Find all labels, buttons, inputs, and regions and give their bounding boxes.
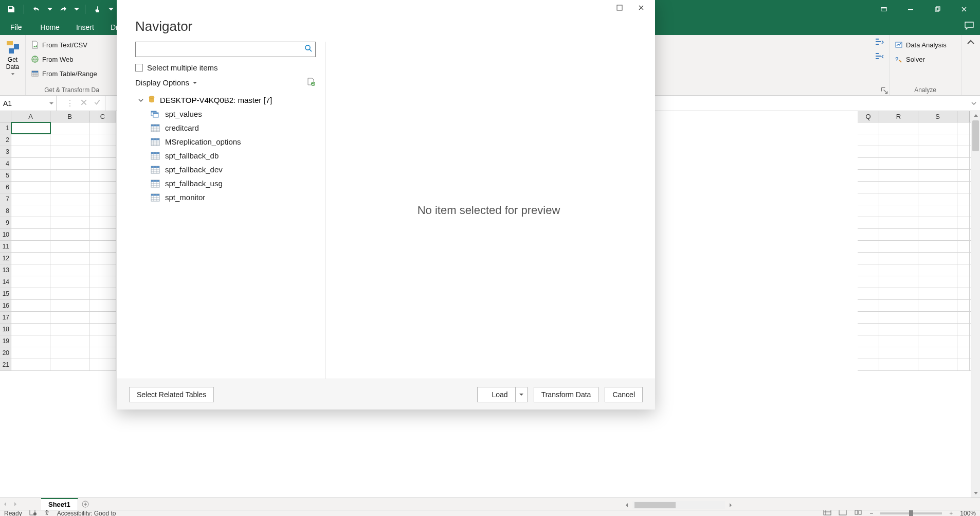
- cell[interactable]: [89, 253, 116, 264]
- cell[interactable]: [858, 158, 879, 169]
- cell[interactable]: [858, 134, 879, 146]
- scroll-up-icon[interactable]: [971, 111, 980, 120]
- cell[interactable]: [879, 359, 918, 370]
- column-header[interactable]: B: [50, 111, 89, 122]
- cell[interactable]: [858, 229, 879, 240]
- cell[interactable]: [50, 347, 89, 359]
- row-header[interactable]: 9: [0, 217, 11, 228]
- undo-icon[interactable]: [29, 2, 44, 16]
- add-sheet-icon[interactable]: [78, 501, 93, 508]
- cell[interactable]: [879, 312, 918, 323]
- scroll-left-icon[interactable]: [624, 501, 629, 510]
- cell[interactable]: [89, 122, 116, 134]
- row-header[interactable]: 5: [0, 170, 11, 181]
- cell[interactable]: [879, 229, 918, 240]
- row-header[interactable]: 4: [0, 158, 11, 169]
- cell[interactable]: [89, 205, 116, 217]
- cell[interactable]: [89, 170, 116, 181]
- cell[interactable]: [11, 288, 50, 299]
- dialog-launcher-icon[interactable]: [881, 87, 888, 94]
- cell[interactable]: [11, 229, 50, 240]
- cell[interactable]: [89, 134, 116, 146]
- cell[interactable]: [918, 217, 957, 228]
- cell[interactable]: [50, 288, 89, 299]
- cell[interactable]: [957, 264, 970, 276]
- cell[interactable]: [50, 122, 89, 134]
- cell[interactable]: [858, 324, 879, 335]
- cell[interactable]: [89, 276, 116, 288]
- cell[interactable]: [957, 335, 970, 347]
- cell[interactable]: [858, 253, 879, 264]
- cell[interactable]: [858, 312, 879, 323]
- zoom-out-icon[interactable]: −: [869, 510, 873, 516]
- column-header[interactable]: R: [879, 111, 918, 122]
- cell[interactable]: [957, 122, 970, 134]
- row-header[interactable]: 19: [0, 335, 11, 347]
- save-icon[interactable]: [4, 2, 19, 16]
- scroll-right-icon[interactable]: [728, 501, 733, 510]
- cell[interactable]: [50, 312, 89, 323]
- cell[interactable]: [879, 134, 918, 146]
- macro-record-icon[interactable]: [29, 510, 37, 516]
- cell[interactable]: [11, 158, 50, 169]
- window-close-icon[interactable]: [952, 0, 976, 19]
- cell[interactable]: [957, 182, 970, 193]
- cell[interactable]: [858, 300, 879, 311]
- from-web-button[interactable]: From Web: [29, 52, 115, 66]
- touch-dropdown-icon[interactable]: [108, 2, 114, 16]
- cell[interactable]: [918, 335, 957, 347]
- cell[interactable]: [879, 264, 918, 276]
- chevron-down-icon[interactable]: [49, 99, 54, 108]
- cell[interactable]: [858, 205, 879, 217]
- cell[interactable]: [957, 146, 970, 157]
- cell[interactable]: [957, 347, 970, 359]
- cell[interactable]: [89, 217, 116, 228]
- cell[interactable]: [918, 182, 957, 193]
- cell[interactable]: [11, 170, 50, 181]
- cell[interactable]: [918, 359, 957, 370]
- cell[interactable]: [918, 288, 957, 299]
- solver-button[interactable]: ? Solver: [893, 52, 958, 66]
- group-icon[interactable]: [875, 38, 884, 47]
- cell[interactable]: [50, 241, 89, 252]
- row-header[interactable]: 13: [0, 264, 11, 276]
- cell[interactable]: [50, 264, 89, 276]
- cell[interactable]: [957, 241, 970, 252]
- cell[interactable]: [918, 158, 957, 169]
- cell[interactable]: [50, 359, 89, 370]
- view-pagebreak-icon[interactable]: [854, 510, 862, 516]
- touch-mode-icon[interactable]: [90, 2, 105, 16]
- select-related-tables-button[interactable]: Select Related Tables: [129, 387, 214, 402]
- cell[interactable]: [879, 193, 918, 205]
- cell[interactable]: [858, 335, 879, 347]
- row-header[interactable]: 21: [0, 359, 11, 370]
- scroll-down-icon[interactable]: [971, 488, 980, 497]
- cell[interactable]: [957, 205, 970, 217]
- zoom-slider[interactable]: [880, 512, 942, 514]
- row-header[interactable]: 2: [0, 134, 11, 146]
- row-header[interactable]: 15: [0, 288, 11, 299]
- cell[interactable]: [50, 253, 89, 264]
- tree-item[interactable]: spt_monitor: [135, 190, 316, 204]
- cell[interactable]: [957, 217, 970, 228]
- tree-item[interactable]: spt_fallback_dev: [135, 163, 316, 176]
- cell[interactable]: [918, 205, 957, 217]
- cell[interactable]: [89, 241, 116, 252]
- cell[interactable]: [50, 229, 89, 240]
- cell[interactable]: [11, 217, 50, 228]
- select-all-cell[interactable]: [0, 111, 11, 122]
- cell[interactable]: [918, 229, 957, 240]
- search-icon[interactable]: [304, 44, 313, 55]
- column-header[interactable]: C: [89, 111, 116, 122]
- data-analysis-button[interactable]: Data Analysis: [893, 38, 958, 51]
- cell[interactable]: [879, 182, 918, 193]
- cell[interactable]: [858, 193, 879, 205]
- zoom-knob[interactable]: [909, 510, 913, 517]
- row-header[interactable]: 12: [0, 253, 11, 264]
- view-normal-icon[interactable]: [823, 510, 831, 516]
- cell[interactable]: [89, 158, 116, 169]
- tab-home[interactable]: Home: [32, 20, 68, 35]
- row-header[interactable]: 3: [0, 146, 11, 157]
- cell[interactable]: [879, 324, 918, 335]
- scrollbar-thumb[interactable]: [634, 502, 676, 508]
